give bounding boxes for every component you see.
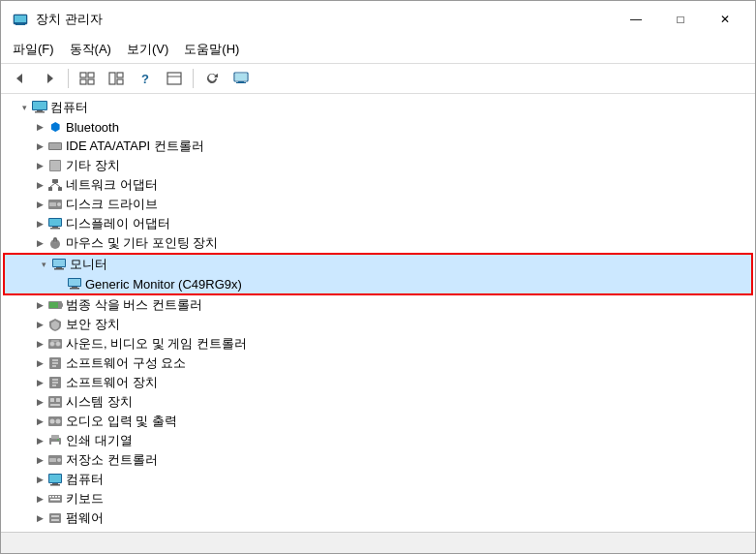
ide-expand[interactable]: ▶: [32, 138, 47, 154]
mouse-label: 마우스 및 기타 포인팅 장치: [66, 234, 218, 252]
svg-rect-73: [51, 435, 59, 439]
other-label: 기타 장치: [66, 157, 120, 174]
tree-item-disk[interactable]: ▶ 디스크 드라이브: [1, 195, 755, 214]
tree-item-pc[interactable]: ▶ 컴퓨터: [1, 470, 755, 489]
maximize-button[interactable]: □: [658, 7, 703, 32]
svg-marker-4: [16, 74, 22, 83]
tree-item-keyboard[interactable]: ▶ 키보드: [1, 489, 755, 508]
tree-item-software-dev[interactable]: ▶ 소프트웨어 장치: [1, 373, 755, 392]
network-expand[interactable]: ▶: [32, 177, 47, 193]
tree-item-system[interactable]: ▶ 시스템 장치: [1, 392, 755, 412]
disk-label: 디스크 드라이브: [66, 196, 158, 213]
software-comp-label: 소프트웨어 구성 요소: [66, 354, 186, 372]
refresh-button[interactable]: [198, 67, 226, 90]
toolbar-btn-3[interactable]: [74, 67, 101, 90]
svg-rect-66: [50, 398, 54, 402]
computer-button[interactable]: [227, 67, 255, 90]
svg-point-77: [57, 458, 61, 462]
svg-rect-2: [17, 23, 23, 24]
root-label: 컴퓨터: [50, 99, 88, 116]
menu-help[interactable]: 도움말(H): [176, 38, 247, 61]
tree-item-bluetooth[interactable]: ▶ ⬢ Bluetooth: [1, 117, 755, 137]
storage-label: 저장소 컨트롤러: [66, 451, 158, 469]
software-comp-expand[interactable]: ▶: [32, 355, 47, 371]
svg-rect-82: [50, 484, 60, 486]
bluetooth-icon: ⬢: [47, 119, 63, 135]
tree-item-mouse[interactable]: ▶ 마우스 및 기타 포인팅 장치: [1, 233, 755, 253]
minimize-button[interactable]: —: [614, 7, 658, 32]
tree-item-display[interactable]: ▶ 디스플레이 어댑터: [1, 214, 755, 233]
pc-icon: [47, 472, 63, 487]
menu-action[interactable]: 동작(A): [62, 38, 119, 61]
keyboard-expand[interactable]: ▶: [32, 491, 47, 507]
forward-button[interactable]: [36, 67, 63, 90]
software-dev-icon: [47, 375, 63, 390]
svg-rect-49: [70, 288, 79, 290]
keyboard-icon: [47, 491, 63, 507]
svg-rect-51: [49, 302, 58, 308]
help-button[interactable]: ?: [132, 67, 159, 90]
monitor-expand[interactable]: ▾: [36, 257, 51, 272]
title-bar-controls: — □ ✕: [614, 7, 747, 32]
audio-label: 오디오 입력 및 출력: [66, 413, 177, 430]
tree-item-security[interactable]: ▶ 보안 장치: [1, 315, 755, 334]
storage-expand[interactable]: ▶: [32, 452, 47, 468]
display-expand[interactable]: ▶: [32, 216, 47, 231]
menu-file[interactable]: 파일(F): [5, 38, 62, 61]
toolbar-btn-6[interactable]: [161, 67, 188, 90]
menu-view[interactable]: 보기(V): [119, 38, 176, 61]
toolbar-btn-4[interactable]: [103, 67, 130, 90]
svg-rect-21: [37, 110, 43, 111]
tree-item-firmware[interactable]: ▶ 펌웨어: [1, 508, 755, 528]
mouse-expand[interactable]: ▶: [32, 235, 47, 251]
storage-icon: [47, 452, 63, 468]
tree-item-print[interactable]: ▶ 인쇄 대기열: [1, 431, 755, 450]
network-label: 네트워크 어댑터: [66, 176, 158, 194]
svg-rect-80: [49, 475, 61, 482]
system-label: 시스템 장치: [66, 393, 133, 411]
security-expand[interactable]: ▶: [32, 317, 47, 332]
root-expand[interactable]: ▾: [16, 100, 32, 115]
svg-rect-37: [52, 227, 58, 228]
system-expand[interactable]: ▶: [32, 394, 47, 410]
network-icon: [47, 177, 63, 193]
tree-item-battery[interactable]: ▶ 범종 삭을 버스 컨트롤러: [1, 295, 755, 315]
software-dev-expand[interactable]: ▶: [32, 375, 47, 390]
tree-item-monitor[interactable]: ▾ 모니터: [5, 255, 751, 274]
svg-rect-9: [88, 79, 94, 84]
title-bar-left: 장치 관리자: [13, 11, 103, 28]
device-manager-window: 장치 관리자 — □ ✕ 파일(F) 동작(A) 보기(V) 도움말(H): [0, 0, 756, 554]
tree-item-software-comp[interactable]: ▶ 소프트웨어 구성 요소: [1, 354, 755, 373]
system-icon: [47, 394, 63, 410]
svg-rect-44: [56, 267, 62, 268]
tree-item-sound[interactable]: ▶ 사운드, 비디오 및 게임 컨트롤러: [1, 334, 755, 354]
firmware-expand[interactable]: ▶: [32, 510, 47, 526]
back-button[interactable]: [7, 67, 34, 90]
tree-item-other[interactable]: ▶ 기타 장치: [1, 156, 755, 175]
close-button[interactable]: ✕: [703, 7, 747, 32]
pc-expand[interactable]: ▶: [32, 472, 47, 487]
window-icon: [13, 12, 28, 27]
battery-expand[interactable]: ▶: [32, 297, 47, 313]
svg-rect-34: [49, 202, 56, 206]
svg-rect-7: [88, 73, 94, 77]
monitor-label: 모니터: [70, 256, 107, 273]
svg-rect-18: [236, 82, 246, 83]
print-expand[interactable]: ▶: [32, 433, 47, 448]
disk-expand[interactable]: ▶: [32, 197, 47, 212]
svg-rect-10: [109, 73, 115, 84]
tree-item-storage[interactable]: ▶ 저장소 컨트롤러: [1, 450, 755, 470]
svg-marker-5: [47, 74, 53, 83]
svg-rect-56: [51, 340, 59, 342]
display-label: 디스플레이 어댑터: [66, 215, 170, 232]
tree-item-ide[interactable]: ▶ IDE ATA/ATAPI 컨트롤러: [1, 137, 755, 156]
tree-item-network[interactable]: ▶ 네트워크 어댑터: [1, 175, 755, 195]
svg-rect-43: [53, 260, 65, 266]
tree-item-audio[interactable]: ▶ 오디오 입력 및 출력: [1, 412, 755, 431]
sound-expand[interactable]: ▶: [32, 336, 47, 352]
tree-root[interactable]: ▾ 컴퓨터: [1, 98, 755, 117]
bluetooth-expand[interactable]: ▶: [32, 119, 47, 135]
tree-item-generic-monitor[interactable]: ▶ Generic Monitor (C49RG9x): [5, 274, 751, 293]
audio-expand[interactable]: ▶: [32, 414, 47, 429]
other-expand[interactable]: ▶: [32, 158, 47, 173]
